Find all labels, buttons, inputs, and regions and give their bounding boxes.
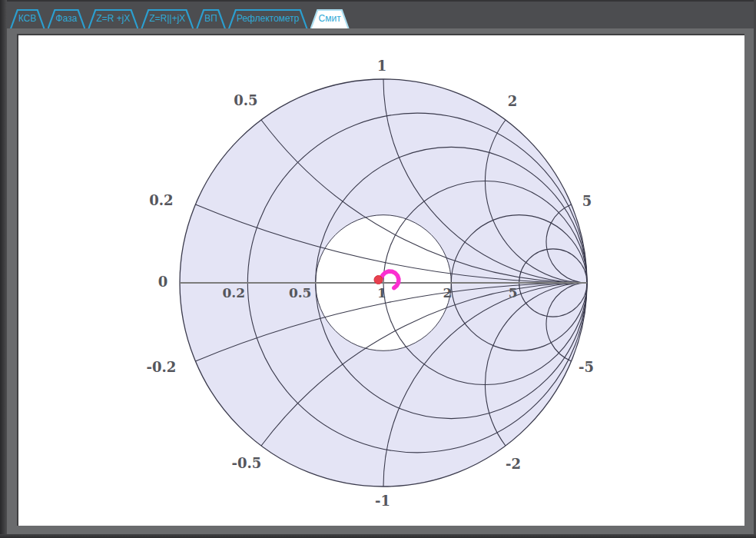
tab-smit[interactable]: Смит — [310, 9, 350, 28]
axis-label: 1 — [377, 285, 386, 301]
tab-label: КСВ — [18, 9, 37, 28]
app-window: КСВФазаZ=R +jXZ=R||+jXВПРефлектометрСмит… — [0, 0, 756, 538]
tab-ksv[interactable]: КСВ — [10, 9, 45, 28]
axis-label: 0.5 — [289, 285, 312, 301]
window-bottom-edge — [0, 534, 756, 538]
tab-faza[interactable]: Фаза — [48, 9, 86, 28]
rim-label: -1 — [375, 493, 390, 509]
tab-label: Рефлектометр — [237, 9, 300, 28]
tab-label: Фаза — [56, 9, 78, 28]
axis-label: 0.2 — [223, 285, 246, 301]
rim-label: 0 — [158, 274, 168, 290]
trace-marker — [374, 275, 383, 284]
rim-label: 2 — [508, 93, 518, 109]
axis-label: 2 — [443, 285, 452, 301]
rim-label: -0.5 — [232, 455, 262, 471]
window-left-edge — [0, 0, 7, 538]
tab-label: Смит — [319, 9, 341, 28]
tab-label: Z=R||+jX — [149, 9, 185, 28]
tab-z-series[interactable]: Z=R +jX — [88, 9, 138, 28]
content-panel: 10.520.250-0.2-5-0.5-2-10.20.5125 — [17, 34, 744, 526]
tab-vp[interactable]: ВП — [196, 9, 226, 28]
rim-label: 0.5 — [234, 92, 257, 108]
tab-z-parallel[interactable]: Z=R||+jX — [141, 9, 194, 28]
tab-strip: КСВФазаZ=R +jXZ=R||+jXВПРефлектометрСмит — [10, 9, 350, 28]
rim-label: 5 — [582, 193, 592, 209]
tab-label: Z=R +jX — [96, 9, 130, 28]
rim-label: -0.2 — [147, 359, 177, 375]
rim-label: -5 — [579, 359, 594, 375]
tab-reflektometr[interactable]: Рефлектометр — [228, 9, 308, 28]
axis-label: 5 — [509, 285, 518, 301]
rim-label: 0.2 — [149, 192, 173, 208]
tab-label: ВП — [204, 9, 217, 28]
rim-label: -2 — [506, 456, 521, 472]
rim-label: 1 — [377, 58, 387, 74]
smith-chart: 10.520.250-0.2-5-0.5-2-10.20.5125 — [18, 35, 744, 526]
tab-bar: КСВФазаZ=R +jXZ=R||+jXВПРефлектометрСмит — [0, 0, 756, 28]
